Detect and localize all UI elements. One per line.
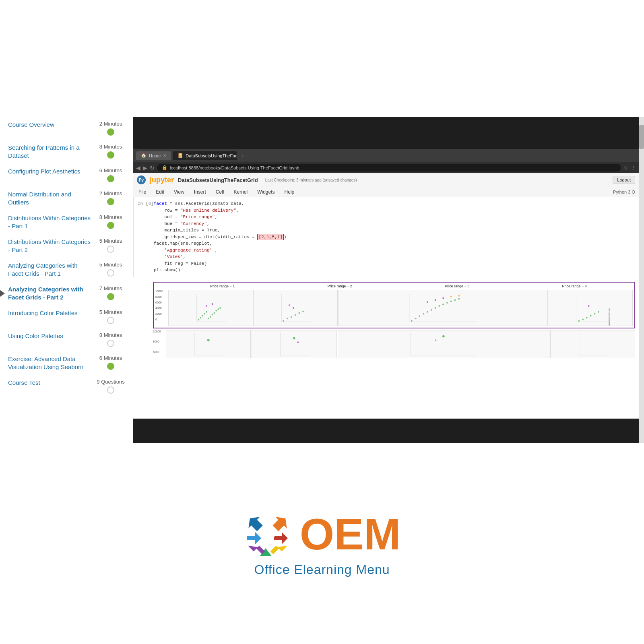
notebook-tab-text: DataSubsetsUsingTheFacetGr...	[186, 153, 237, 158]
scrollbar-track[interactable]	[639, 117, 644, 443]
lock-icon: 🔒	[162, 165, 167, 170]
sidebar-item-label-configuring-aesthetics[interactable]: Configuring Plot Aesthetics	[8, 167, 93, 175]
home-tab[interactable]: 🏠 Home ✕	[136, 151, 171, 160]
sidebar-item-label-normal-distribution[interactable]: Normal Distribution and Outliers	[8, 190, 93, 206]
svg-point-43	[458, 295, 460, 296]
code-line-4: hue = "Currency",	[154, 221, 635, 227]
sidebar-item-searching-patterns[interactable]: Searching for Patterns in a Dataset 8 Mi…	[8, 140, 125, 163]
sidebar-item-using-colors[interactable]: Using Color Palettes 8 Minutes	[8, 328, 125, 351]
svg-point-46	[578, 320, 580, 322]
svg-point-12	[206, 305, 207, 307]
jupyter-menu-bar: File Edit View Insert Cell Kernel Widget…	[133, 187, 639, 197]
code-cell[interactable]: In [9]: facet = sns.FacetGrid(zomato_dat…	[133, 197, 639, 277]
svg-point-42	[450, 295, 452, 297]
sidebar-item-course-test[interactable]: Course Test 9 Questions	[8, 375, 125, 398]
svg-marker-75	[247, 532, 261, 544]
menu-widgets[interactable]: Widgets	[256, 188, 276, 196]
scatter-chart-3	[339, 290, 548, 326]
sidebar-item-course-overview[interactable]: Course Overview 2 Minutes	[8, 117, 125, 140]
svg-point-19	[295, 314, 296, 316]
sidebar-item-analyzing-part1[interactable]: Analyzing Categories with Facet Grids - …	[8, 258, 125, 281]
bottom-chart-4	[550, 330, 635, 358]
code-line-5: margin_titles = True,	[154, 227, 635, 234]
jupyter-brand: jupyter	[150, 176, 174, 184]
svg-point-59	[293, 337, 295, 339]
sidebar-minutes-normal-distribution: 2 Minutes	[99, 190, 122, 196]
forward-button[interactable]: ▶	[143, 165, 147, 171]
menu-icon[interactable]: ⋮	[631, 165, 636, 171]
sidebar-item-label-introducing-colors[interactable]: Introducing Color Palettes	[8, 309, 93, 317]
sidebar-item-label-searching-patterns[interactable]: Searching for Patterns in a Dataset	[8, 144, 93, 159]
notebook-tab[interactable]: 📔 DataSubsetsUsingTheFacetGr... ✕	[173, 151, 237, 160]
svg-point-41	[442, 297, 444, 299]
address-bar[interactable]: 🔒 localhost:8888/notebooks/DataSubsets U…	[157, 164, 621, 171]
sidebar-minutes-course-test: 9 Questions	[97, 379, 124, 385]
svg-point-18	[291, 316, 292, 318]
arrow-cluster	[244, 510, 292, 558]
dark-top-bar	[133, 117, 639, 149]
oem-brand-text: OEM	[300, 512, 401, 556]
svg-point-34	[442, 303, 444, 305]
sidebar-item-normal-distribution[interactable]: Normal Distribution and Outliers 2 Minut…	[8, 186, 125, 210]
menu-edit[interactable]: Edit	[154, 188, 166, 196]
jupyter-header: Py jupyter DataSubsetsUsingTheFacetGrid …	[133, 173, 639, 187]
sidebar-item-label-using-colors[interactable]: Using Color Palettes	[8, 332, 93, 340]
svg-point-56	[207, 339, 210, 341]
logout-button[interactable]: Logout	[613, 176, 635, 184]
menu-kernel[interactable]: Kernel	[232, 188, 250, 196]
svg-point-7	[212, 314, 213, 315]
home-tab-text: Home	[149, 153, 161, 158]
new-tab-button[interactable]: +	[239, 152, 247, 160]
code-line-10: fit_reg = False)	[154, 260, 635, 267]
svg-point-9	[215, 310, 217, 311]
menu-file[interactable]: File	[137, 188, 148, 196]
sidebar-item-exercise-advanced[interactable]: Exercise: Advanced Data Visualization Us…	[8, 351, 125, 375]
sidebar-item-label-course-test[interactable]: Course Test	[8, 379, 93, 387]
sidebar-minutes-analyzing-part2: 7 Minutes	[99, 285, 122, 291]
svg-point-10	[217, 308, 219, 310]
kernel-indicator: Python 3 O	[613, 190, 635, 194]
bottom-chart-2	[252, 330, 336, 358]
scrollbar-thumb[interactable]	[639, 125, 644, 149]
status-circle-using-colors	[107, 340, 114, 347]
code-line-8: 'Aggregate rating' ,	[154, 247, 635, 254]
sidebar-item-label-distributions-part1[interactable]: Distributions Within Categories - Part 1	[8, 214, 93, 230]
sidebar-item-label-course-overview[interactable]: Course Overview	[8, 121, 93, 129]
bookmark-icon[interactable]: ☆	[623, 165, 628, 171]
status-circle-distributions-part2	[107, 246, 114, 253]
sidebar-item-label-analyzing-part2[interactable]: Analyzing Categories with Facet Grids - …	[8, 285, 93, 301]
code-line-1: facet = sns.FacetGrid(zomato_data,	[154, 200, 635, 207]
code-line-9: 'Votes',	[154, 254, 635, 260]
sidebar-item-introducing-colors[interactable]: Introducing Color Palettes 5 Minutes	[8, 305, 125, 328]
svg-point-35	[446, 302, 448, 303]
main-content-area: 🏠 Home ✕ 📔 DataSubsetsUsingTheFacetGr...…	[133, 117, 639, 443]
sidebar-item-configuring-aesthetics[interactable]: Configuring Plot Aesthetics 6 Minutes	[8, 163, 125, 186]
sidebar-item-analyzing-part2[interactable]: Analyzing Categories with Facet Grids - …	[8, 281, 125, 305]
status-circle-introducing-colors	[107, 317, 114, 324]
svg-point-64	[435, 339, 436, 341]
home-tab-close[interactable]: ✕	[163, 153, 166, 158]
sidebar-item-distributions-part2[interactable]: Distributions Within Categories - Part 2…	[8, 234, 125, 258]
back-button[interactable]: ◀	[136, 165, 140, 171]
active-arrow-icon	[0, 289, 5, 297]
sidebar-item-distributions-part1[interactable]: Distributions Within Categories - Part 1…	[8, 210, 125, 234]
sidebar: Course Overview 2 Minutes Searching for …	[0, 117, 133, 443]
scatter-svg-1	[169, 290, 252, 326]
dark-bottom-bar	[133, 419, 639, 443]
svg-point-23	[289, 304, 290, 306]
menu-insert[interactable]: Insert	[192, 188, 208, 196]
scatter-chart-4: Has Online delivery=Yes	[549, 290, 633, 326]
sidebar-minutes-searching-patterns: 8 Minutes	[99, 144, 122, 150]
svg-point-16	[283, 320, 285, 322]
menu-view[interactable]: View	[172, 188, 186, 196]
menu-help[interactable]: Help	[283, 188, 296, 196]
reload-button[interactable]: ↻	[150, 165, 155, 171]
svg-point-52	[588, 305, 590, 307]
oem-subtitle-text: Office Elearning Menu	[254, 562, 390, 577]
sidebar-minutes-introducing-colors: 5 Minutes	[99, 309, 122, 315]
sidebar-item-label-distributions-part2[interactable]: Distributions Within Categories - Part 2	[8, 238, 93, 254]
sidebar-item-label-exercise-advanced[interactable]: Exercise: Advanced Data Visualization Us…	[8, 355, 93, 371]
svg-point-63	[442, 335, 445, 337]
sidebar-item-label-analyzing-part1[interactable]: Analyzing Categories with Facet Grids - …	[8, 262, 93, 277]
menu-cell[interactable]: Cell	[214, 188, 226, 196]
